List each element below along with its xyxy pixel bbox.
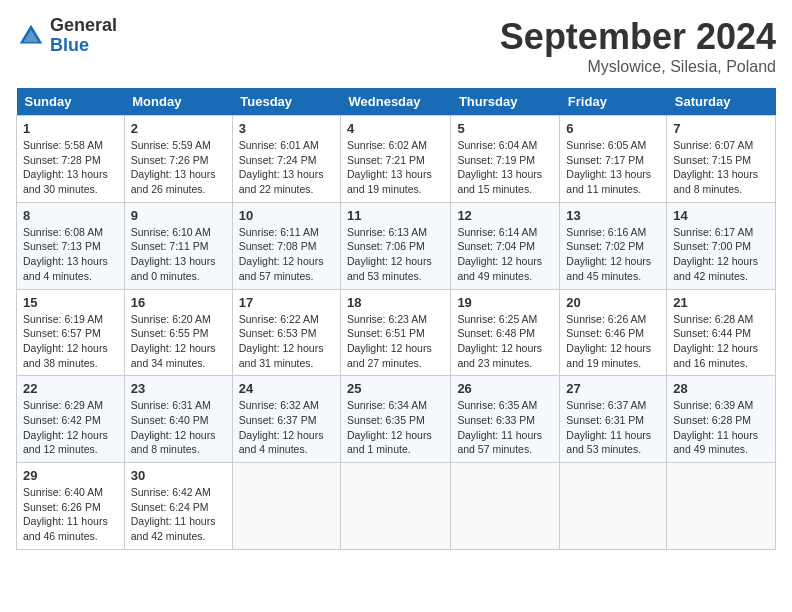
- logo-icon: [16, 21, 46, 51]
- day-info: Sunrise: 6:19 AMSunset: 6:57 PMDaylight:…: [23, 312, 118, 371]
- calendar-cell: 19Sunrise: 6:25 AMSunset: 6:48 PMDayligh…: [451, 289, 560, 376]
- day-number: 8: [23, 208, 118, 223]
- day-number: 28: [673, 381, 769, 396]
- logo: General Blue: [16, 16, 117, 56]
- day-info: Sunrise: 6:04 AMSunset: 7:19 PMDaylight:…: [457, 138, 553, 197]
- day-info: Sunrise: 6:28 AMSunset: 6:44 PMDaylight:…: [673, 312, 769, 371]
- calendar-cell: 22Sunrise: 6:29 AMSunset: 6:42 PMDayligh…: [17, 376, 125, 463]
- day-number: 3: [239, 121, 334, 136]
- col-sunday: Sunday: [17, 88, 125, 116]
- calendar-cell: 14Sunrise: 6:17 AMSunset: 7:00 PMDayligh…: [667, 202, 776, 289]
- calendar-cell: 18Sunrise: 6:23 AMSunset: 6:51 PMDayligh…: [341, 289, 451, 376]
- day-number: 14: [673, 208, 769, 223]
- day-info: Sunrise: 6:40 AMSunset: 6:26 PMDaylight:…: [23, 485, 118, 544]
- col-friday: Friday: [560, 88, 667, 116]
- calendar-cell: 1Sunrise: 5:58 AMSunset: 7:28 PMDaylight…: [17, 116, 125, 203]
- day-info: Sunrise: 6:26 AMSunset: 6:46 PMDaylight:…: [566, 312, 660, 371]
- calendar-cell: 30Sunrise: 6:42 AMSunset: 6:24 PMDayligh…: [124, 463, 232, 550]
- month-title: September 2024: [500, 16, 776, 58]
- day-number: 17: [239, 295, 334, 310]
- day-number: 23: [131, 381, 226, 396]
- day-info: Sunrise: 6:11 AMSunset: 7:08 PMDaylight:…: [239, 225, 334, 284]
- title-block: September 2024 Myslowice, Silesia, Polan…: [500, 16, 776, 76]
- location: Myslowice, Silesia, Poland: [500, 58, 776, 76]
- day-number: 22: [23, 381, 118, 396]
- logo-general: General: [50, 16, 117, 36]
- day-info: Sunrise: 6:05 AMSunset: 7:17 PMDaylight:…: [566, 138, 660, 197]
- calendar-cell: 27Sunrise: 6:37 AMSunset: 6:31 PMDayligh…: [560, 376, 667, 463]
- calendar-cell: 28Sunrise: 6:39 AMSunset: 6:28 PMDayligh…: [667, 376, 776, 463]
- day-number: 4: [347, 121, 444, 136]
- header-row: Sunday Monday Tuesday Wednesday Thursday…: [17, 88, 776, 116]
- day-info: Sunrise: 6:31 AMSunset: 6:40 PMDaylight:…: [131, 398, 226, 457]
- week-row-1: 1Sunrise: 5:58 AMSunset: 7:28 PMDaylight…: [17, 116, 776, 203]
- day-number: 16: [131, 295, 226, 310]
- calendar-cell: 15Sunrise: 6:19 AMSunset: 6:57 PMDayligh…: [17, 289, 125, 376]
- calendar-cell: 21Sunrise: 6:28 AMSunset: 6:44 PMDayligh…: [667, 289, 776, 376]
- day-number: 12: [457, 208, 553, 223]
- day-info: Sunrise: 6:14 AMSunset: 7:04 PMDaylight:…: [457, 225, 553, 284]
- day-number: 15: [23, 295, 118, 310]
- day-info: Sunrise: 6:16 AMSunset: 7:02 PMDaylight:…: [566, 225, 660, 284]
- calendar-cell: 17Sunrise: 6:22 AMSunset: 6:53 PMDayligh…: [232, 289, 340, 376]
- page-header: General Blue September 2024 Myslowice, S…: [16, 16, 776, 76]
- day-number: 26: [457, 381, 553, 396]
- calendar-cell: [451, 463, 560, 550]
- calendar-cell: [560, 463, 667, 550]
- calendar-cell: 11Sunrise: 6:13 AMSunset: 7:06 PMDayligh…: [341, 202, 451, 289]
- day-number: 20: [566, 295, 660, 310]
- calendar-cell: 3Sunrise: 6:01 AMSunset: 7:24 PMDaylight…: [232, 116, 340, 203]
- calendar-table: Sunday Monday Tuesday Wednesday Thursday…: [16, 88, 776, 550]
- week-row-3: 15Sunrise: 6:19 AMSunset: 6:57 PMDayligh…: [17, 289, 776, 376]
- calendar-cell: [667, 463, 776, 550]
- calendar-cell: 23Sunrise: 6:31 AMSunset: 6:40 PMDayligh…: [124, 376, 232, 463]
- day-info: Sunrise: 6:07 AMSunset: 7:15 PMDaylight:…: [673, 138, 769, 197]
- calendar-cell: 24Sunrise: 6:32 AMSunset: 6:37 PMDayligh…: [232, 376, 340, 463]
- day-info: Sunrise: 5:58 AMSunset: 7:28 PMDaylight:…: [23, 138, 118, 197]
- calendar-cell: 13Sunrise: 6:16 AMSunset: 7:02 PMDayligh…: [560, 202, 667, 289]
- day-info: Sunrise: 6:20 AMSunset: 6:55 PMDaylight:…: [131, 312, 226, 371]
- day-number: 9: [131, 208, 226, 223]
- col-thursday: Thursday: [451, 88, 560, 116]
- calendar-cell: 25Sunrise: 6:34 AMSunset: 6:35 PMDayligh…: [341, 376, 451, 463]
- day-info: Sunrise: 6:01 AMSunset: 7:24 PMDaylight:…: [239, 138, 334, 197]
- day-number: 11: [347, 208, 444, 223]
- calendar-cell: [232, 463, 340, 550]
- calendar-cell: 12Sunrise: 6:14 AMSunset: 7:04 PMDayligh…: [451, 202, 560, 289]
- week-row-5: 29Sunrise: 6:40 AMSunset: 6:26 PMDayligh…: [17, 463, 776, 550]
- day-info: Sunrise: 6:02 AMSunset: 7:21 PMDaylight:…: [347, 138, 444, 197]
- day-info: Sunrise: 6:08 AMSunset: 7:13 PMDaylight:…: [23, 225, 118, 284]
- day-info: Sunrise: 6:34 AMSunset: 6:35 PMDaylight:…: [347, 398, 444, 457]
- calendar-cell: 16Sunrise: 6:20 AMSunset: 6:55 PMDayligh…: [124, 289, 232, 376]
- day-info: Sunrise: 5:59 AMSunset: 7:26 PMDaylight:…: [131, 138, 226, 197]
- day-number: 18: [347, 295, 444, 310]
- day-info: Sunrise: 6:25 AMSunset: 6:48 PMDaylight:…: [457, 312, 553, 371]
- col-saturday: Saturday: [667, 88, 776, 116]
- day-number: 5: [457, 121, 553, 136]
- day-info: Sunrise: 6:39 AMSunset: 6:28 PMDaylight:…: [673, 398, 769, 457]
- day-number: 21: [673, 295, 769, 310]
- day-info: Sunrise: 6:29 AMSunset: 6:42 PMDaylight:…: [23, 398, 118, 457]
- day-number: 25: [347, 381, 444, 396]
- day-number: 2: [131, 121, 226, 136]
- day-number: 30: [131, 468, 226, 483]
- day-number: 1: [23, 121, 118, 136]
- day-info: Sunrise: 6:10 AMSunset: 7:11 PMDaylight:…: [131, 225, 226, 284]
- day-info: Sunrise: 6:32 AMSunset: 6:37 PMDaylight:…: [239, 398, 334, 457]
- week-row-4: 22Sunrise: 6:29 AMSunset: 6:42 PMDayligh…: [17, 376, 776, 463]
- day-info: Sunrise: 6:35 AMSunset: 6:33 PMDaylight:…: [457, 398, 553, 457]
- calendar-cell: 4Sunrise: 6:02 AMSunset: 7:21 PMDaylight…: [341, 116, 451, 203]
- calendar-cell: 10Sunrise: 6:11 AMSunset: 7:08 PMDayligh…: [232, 202, 340, 289]
- day-info: Sunrise: 6:42 AMSunset: 6:24 PMDaylight:…: [131, 485, 226, 544]
- day-number: 29: [23, 468, 118, 483]
- calendar-cell: 2Sunrise: 5:59 AMSunset: 7:26 PMDaylight…: [124, 116, 232, 203]
- calendar-cell: 9Sunrise: 6:10 AMSunset: 7:11 PMDaylight…: [124, 202, 232, 289]
- logo-blue: Blue: [50, 36, 117, 56]
- day-number: 13: [566, 208, 660, 223]
- logo-text: General Blue: [50, 16, 117, 56]
- col-tuesday: Tuesday: [232, 88, 340, 116]
- day-info: Sunrise: 6:37 AMSunset: 6:31 PMDaylight:…: [566, 398, 660, 457]
- calendar-cell: 5Sunrise: 6:04 AMSunset: 7:19 PMDaylight…: [451, 116, 560, 203]
- day-info: Sunrise: 6:13 AMSunset: 7:06 PMDaylight:…: [347, 225, 444, 284]
- calendar-cell: 20Sunrise: 6:26 AMSunset: 6:46 PMDayligh…: [560, 289, 667, 376]
